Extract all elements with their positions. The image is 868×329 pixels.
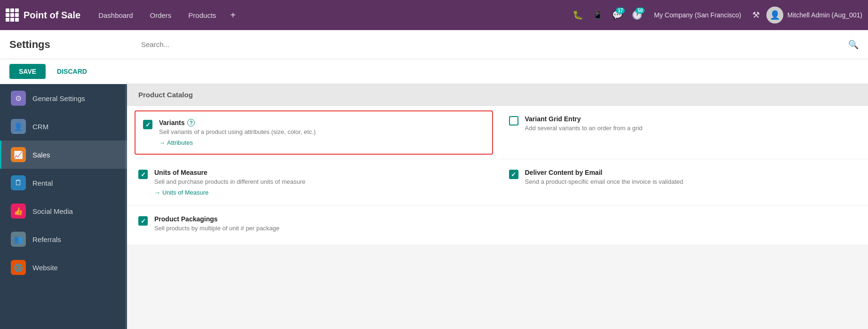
chat-badge: 17 xyxy=(616,8,625,14)
chat-icon-btn[interactable]: 💬 17 xyxy=(609,7,626,24)
nav-icon-group: 🐛 📱 💬 17 🕐 50 xyxy=(569,7,645,24)
variant-grid-entry-checkbox[interactable] xyxy=(509,116,518,125)
crm-icon: 👤 xyxy=(11,119,26,134)
sidebar-item-social-media[interactable]: 👍 Social Media xyxy=(0,197,127,225)
variants-cell: ✓ Variants ? Sell variants of a product … xyxy=(127,106,498,159)
bug-icon-btn[interactable]: 🐛 xyxy=(569,7,586,24)
settings-row-2: ✓ Units of Measure Sell and purchase pro… xyxy=(127,159,868,206)
content-area: Product Catalog ✓ Variants ? xyxy=(127,84,868,329)
check-icon-3: ✓ xyxy=(511,171,516,178)
variant-grid-entry-content: Variant Grid Entry Add several variants … xyxy=(525,115,857,135)
variants-checkbox[interactable]: ✓ xyxy=(143,120,152,129)
main-layout: ⚙ General Settings 👤 CRM 📈 Sales 🗒 Renta… xyxy=(0,84,868,329)
check-icon-2: ✓ xyxy=(141,171,146,178)
nav-orders[interactable]: Orders xyxy=(143,8,178,22)
referrals-icon: 👥 xyxy=(11,232,26,247)
units-of-measure-desc: Sell and purchase products in different … xyxy=(154,178,486,185)
product-packagings-content: Product Packagings Sell products by mult… xyxy=(154,215,486,235)
sidebar-item-website[interactable]: 🌐 Website xyxy=(0,253,127,282)
product-catalog-header: Product Catalog xyxy=(127,84,868,106)
nav-add-menu[interactable]: + xyxy=(227,8,240,23)
sidebar-label-rental: Rental xyxy=(32,179,53,187)
sidebar-item-crm[interactable]: 👤 CRM xyxy=(0,112,127,141)
check-icon: ✓ xyxy=(145,121,151,128)
sidebar-item-rental[interactable]: 🗒 Rental xyxy=(0,169,127,197)
top-navigation: Point of Sale Dashboard Orders Products … xyxy=(0,0,868,30)
rental-icon: 🗒 xyxy=(11,175,26,190)
check-icon-4: ✓ xyxy=(141,218,146,225)
user-name[interactable]: Mitchell Admin (Aug_001) xyxy=(787,11,862,19)
settings-section: ✓ Variants ? Sell variants of a product … xyxy=(127,106,868,245)
sidebar-label-sales: Sales xyxy=(32,151,50,159)
variants-help-icon[interactable]: ? xyxy=(187,119,195,126)
search-icon[interactable]: 🔍 xyxy=(848,39,859,50)
sidebar-label-crm: CRM xyxy=(32,123,48,131)
search-wrap: 🔍 xyxy=(141,39,859,50)
variant-grid-entry-cell: Variant Grid Entry Add several variants … xyxy=(498,106,868,159)
deliver-content-title: Deliver Content by Email xyxy=(525,169,857,176)
scroll-indicator xyxy=(125,84,127,329)
grid-icon xyxy=(6,8,19,22)
phone-icon-btn[interactable]: 📱 xyxy=(589,7,606,24)
action-buttons-row: SAVE DISCARD xyxy=(0,59,868,84)
settings-row-1: ✓ Variants ? Sell variants of a product … xyxy=(127,106,868,159)
variants-title: Variants ? xyxy=(159,119,485,126)
save-button[interactable]: SAVE xyxy=(9,64,46,79)
general-settings-icon: ⚙ xyxy=(11,91,26,106)
variants-highlighted-box: ✓ Variants ? Sell variants of a product … xyxy=(135,110,493,155)
product-packagings-cell: ✓ Product Packagings Sell products by mu… xyxy=(127,206,498,245)
search-bar-row: Settings 🔍 xyxy=(0,30,868,59)
sidebar-item-sales[interactable]: 📈 Sales xyxy=(0,141,127,169)
sidebar-label-website: Website xyxy=(32,264,58,272)
product-packagings-checkbox[interactable]: ✓ xyxy=(138,216,148,226)
deliver-content-checkbox[interactable]: ✓ xyxy=(509,170,518,179)
sidebar-label-referrals: Referrals xyxy=(32,235,61,243)
settings-tools-icon[interactable]: ⚒ xyxy=(749,7,763,23)
variant-grid-entry-desc: Add several variants to an order from a … xyxy=(525,125,857,132)
social-media-icon: 👍 xyxy=(11,204,26,219)
user-avatar[interactable]: 👤 xyxy=(766,7,783,24)
product-packagings-desc: Sell products by multiple of unit # per … xyxy=(154,225,486,232)
page-title: Settings xyxy=(9,39,141,51)
variants-desc: Sell variants of a product using attribu… xyxy=(159,128,485,135)
app-name: Point of Sale xyxy=(24,10,80,21)
nav-products[interactable]: Products xyxy=(182,8,223,22)
app-logo[interactable]: Point of Sale xyxy=(6,8,80,22)
units-of-measure-checkbox[interactable]: ✓ xyxy=(138,170,148,179)
variants-content: Variants ? Sell variants of a product us… xyxy=(159,119,485,146)
company-name[interactable]: My Company (San Francisco) xyxy=(649,11,746,19)
sidebar-label-social-media: Social Media xyxy=(32,207,73,215)
product-packagings-title: Product Packagings xyxy=(154,215,486,223)
sidebar-label-general-settings: General Settings xyxy=(32,94,85,102)
units-of-measure-title: Units of Measure xyxy=(154,169,486,176)
nav-dashboard[interactable]: Dashboard xyxy=(92,8,139,22)
deliver-content-cell: ✓ Deliver Content by Email Send a produc… xyxy=(498,159,868,206)
sidebar-item-referrals[interactable]: 👥 Referrals xyxy=(0,225,127,253)
sales-icon: 📈 xyxy=(11,147,26,162)
variant-grid-entry-title: Variant Grid Entry xyxy=(525,115,857,123)
search-input[interactable] xyxy=(141,40,844,48)
clock-badge: 50 xyxy=(636,8,645,14)
settings-row-3: ✓ Product Packagings Sell products by mu… xyxy=(127,206,868,245)
clock-icon-btn[interactable]: 🕐 50 xyxy=(629,7,645,24)
attributes-link[interactable]: → Attributes xyxy=(159,139,485,146)
website-icon: 🌐 xyxy=(11,260,26,275)
units-of-measure-content: Units of Measure Sell and purchase produ… xyxy=(154,169,486,196)
units-of-measure-link[interactable]: → Units of Measure xyxy=(154,189,486,196)
deliver-content-desc: Send a product-specific email once the i… xyxy=(525,178,857,185)
deliver-content-content: Deliver Content by Email Send a product-… xyxy=(525,169,857,189)
discard-button[interactable]: DISCARD xyxy=(49,64,95,79)
empty-cell xyxy=(498,206,868,245)
units-of-measure-cell: ✓ Units of Measure Sell and purchase pro… xyxy=(127,159,498,206)
sidebar-item-general-settings[interactable]: ⚙ General Settings xyxy=(0,84,127,112)
sidebar: ⚙ General Settings 👤 CRM 📈 Sales 🗒 Renta… xyxy=(0,84,127,329)
